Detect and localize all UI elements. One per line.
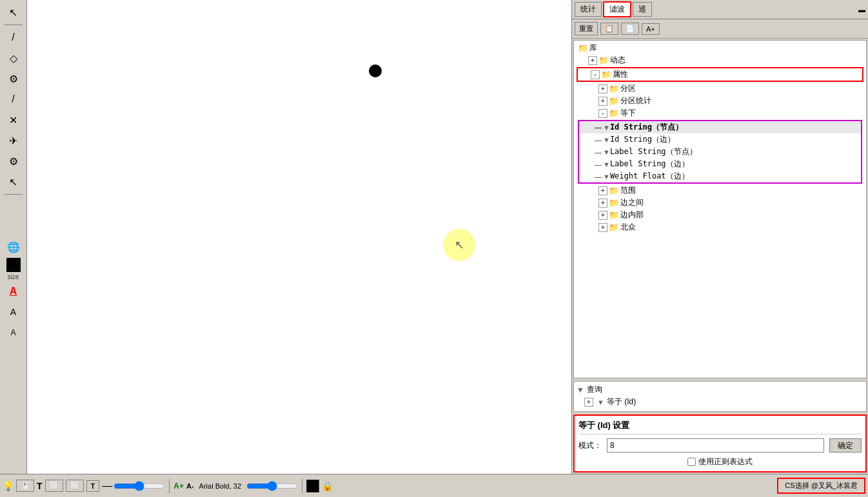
font-size-btn[interactable]: A-	[186, 482, 194, 490]
tree-weight-float-edge-label: Weight Float（边）	[610, 171, 689, 182]
expand-range[interactable]: +	[598, 186, 607, 195]
expand-north[interactable]: +	[598, 223, 607, 232]
right-panel: 统计 滤波 巡 ▬ 重置 📋 📄 A+ 📁 库 + 📁 动态	[571, 0, 868, 474]
tab-statistics[interactable]: 统计	[575, 2, 602, 17]
slider-2[interactable]	[246, 481, 298, 491]
tree-between-edges-label: 边之间	[620, 197, 644, 208]
tree-dynamic[interactable]: + 📁 动态	[575, 54, 865, 66]
tool-square[interactable]	[6, 258, 21, 272]
filter-icon-4: ▼	[603, 161, 610, 168]
settings-mode-input[interactable]	[607, 438, 824, 453]
tree-equal-less[interactable]: - 📁 等下	[575, 107, 865, 119]
tab-unknown[interactable]: 巡	[633, 2, 652, 17]
tree-root[interactable]: 📁 库	[575, 42, 865, 54]
tree-partition-stats[interactable]: + 📁 分区统计	[575, 95, 865, 107]
tool-globe[interactable]: 🌐	[3, 237, 24, 257]
dash-2: —	[595, 136, 602, 144]
expand-ie[interactable]: +	[598, 211, 607, 220]
tool-line[interactable]: /	[3, 28, 24, 47]
tree-partition[interactable]: + 📁 分区	[575, 83, 865, 95]
expand-attribute[interactable]: -	[591, 70, 600, 79]
query-filter-icon: ▼	[577, 385, 584, 395]
expand-dynamic[interactable]: +	[588, 56, 597, 65]
tree-label-string-node[interactable]: — ▼ Label String（节点）	[579, 146, 861, 158]
expand-query[interactable]: +	[584, 398, 593, 407]
tree-attribute[interactable]: - 📁 属性	[578, 68, 862, 81]
right-tabs: 统计 滤波 巡 ▬	[572, 0, 868, 19]
dash-1: —	[595, 124, 602, 132]
yellow-dot: ↖	[443, 229, 475, 261]
separator-2	[5, 194, 23, 195]
query-item[interactable]: + ▼ 等于 (Id)	[577, 395, 863, 409]
tool-gear[interactable]: ⚙	[3, 69, 24, 88]
settings-mode-label: 模式：	[578, 440, 602, 451]
tool-text-red[interactable]: A	[3, 282, 24, 301]
tool-arrow[interactable]: ↖	[3, 3, 24, 22]
paste-btn[interactable]: 📄	[621, 23, 639, 35]
settings-regex-checkbox[interactable]	[687, 458, 696, 466]
query-filter-icon2: ▼	[597, 398, 604, 406]
tree-range[interactable]: + 📁 范围	[575, 184, 865, 197]
be-folder-icon: 📁	[609, 198, 619, 208]
query-section: ▼ 查询 + ▼ 等于 (Id)	[573, 381, 867, 412]
canvas-area[interactable]: ↖	[27, 0, 571, 474]
settings-row: 模式： 确定	[578, 438, 862, 453]
slider-1[interactable]	[113, 481, 165, 491]
filter-icon-3: ▼	[603, 148, 610, 156]
font-display: Arial Bold, 32	[197, 482, 244, 491]
tool-cross[interactable]: ✕	[3, 110, 24, 130]
dash-3: —	[595, 148, 602, 156]
query-title: 查询	[587, 384, 602, 395]
select-btn[interactable]: 🖱️	[16, 480, 34, 492]
tree-id-string-node[interactable]: — ▼ Id String（节点）	[579, 121, 861, 133]
settings-confirm-btn[interactable]: 确定	[829, 438, 862, 453]
color-box[interactable]	[306, 480, 319, 492]
filter-icon-1: ▼	[603, 124, 610, 132]
font-size-btn-increase[interactable]: A+	[173, 482, 184, 491]
tree-panel[interactable]: 📁 库 + 📁 动态 - 📁 属性	[573, 40, 867, 378]
aplus-btn[interactable]: A+	[642, 23, 660, 35]
tree-dynamic-label: 动态	[610, 55, 626, 66]
expand-el[interactable]: -	[598, 109, 607, 118]
lock-icon[interactable]: 🔒	[322, 481, 333, 491]
black-dot	[369, 64, 382, 77]
panel-close-btn[interactable]: ▬	[858, 6, 865, 14]
expand-pstats[interactable]: +	[598, 97, 607, 106]
tool-text-2[interactable]: A	[3, 302, 24, 322]
tree-between-edges[interactable]: + 📁 边之间	[575, 197, 865, 209]
tree-el-label: 等下	[620, 108, 636, 119]
light-icon[interactable]: 💡	[3, 481, 14, 491]
highlighted-subitems: — ▼ Id String（节点） — ▼ Id String（边） — ▼ L…	[578, 120, 862, 184]
tool-text-3[interactable]: A	[3, 323, 24, 342]
shape-btn1[interactable]: ⬜	[45, 480, 63, 492]
cs-select-btn[interactable]: CS选择 @叉风_冰装君	[777, 478, 865, 494]
tree-north[interactable]: + 📁 北众	[575, 221, 865, 233]
size-label: size	[8, 273, 19, 280]
tree-north-label: 北众	[620, 222, 636, 233]
shape-btn2[interactable]: ⬜	[66, 480, 84, 492]
expand-partition[interactable]: +	[598, 84, 607, 93]
text-tool-btn[interactable]: T	[37, 481, 43, 491]
tool-plane[interactable]: ✈	[3, 131, 24, 150]
root-folder-icon: 📁	[578, 43, 588, 54]
tree-weight-float-edge[interactable]: — ▼ Weight Float（边）	[579, 170, 861, 182]
reset-btn[interactable]: 重置	[575, 22, 598, 35]
tool-diamond[interactable]: ◇	[3, 48, 24, 68]
right-toolbar: 重置 📋 📄 A+	[572, 19, 868, 39]
separator-1	[5, 24, 23, 25]
el-folder-icon: 📁	[609, 108, 619, 119]
tree-root-label: 库	[589, 43, 597, 54]
text-btn[interactable]: T	[86, 480, 100, 492]
tool-pencil[interactable]: /	[3, 90, 24, 109]
tree-id-string-edge[interactable]: — ▼ Id String（边）	[579, 133, 861, 146]
tree-inside-edges[interactable]: + 📁 边内部	[575, 209, 865, 221]
slider-min-1: —	[102, 480, 112, 492]
copy-btn[interactable]: 📋	[600, 23, 618, 35]
tool-settings2[interactable]: ⚙	[3, 151, 24, 171]
partition-folder-icon: 📁	[609, 84, 619, 94]
bottom-bar: 💡 🖱️ T ⬜ ⬜ T — A+ A- Arial Bold, 32 🔒 CS…	[0, 474, 868, 497]
tab-filter[interactable]: 滤波	[603, 1, 631, 17]
tool-cursor[interactable]: ↖	[3, 172, 24, 191]
expand-be[interactable]: +	[598, 199, 607, 208]
tree-label-string-edge[interactable]: — ▼ Label String（边）	[579, 158, 861, 170]
